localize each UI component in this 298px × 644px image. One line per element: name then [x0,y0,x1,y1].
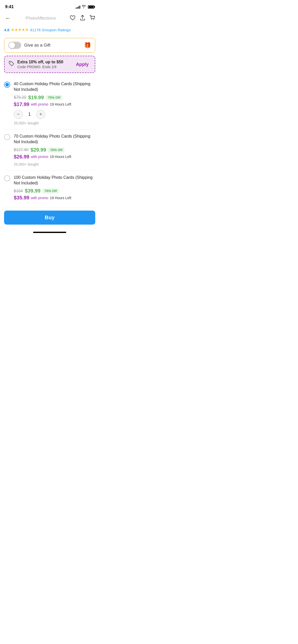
promo-price-row-3: $35.99 with promo 19 Hours Left [14,195,95,201]
sale-price-2: $29.99 [31,147,46,153]
with-promo-3: with promo [31,196,48,200]
promo-title: Extra 10% off, up to $50 [17,60,63,64]
buy-button[interactable]: Buy [4,211,95,225]
nav-bar: ← PhotoAffections [0,12,99,25]
product-radio-2[interactable] [4,134,10,140]
star-3: ★ [18,27,21,32]
product-title-2: 70 Custom Holiday Photo Cards (Shipping … [14,134,95,145]
cart-icon[interactable] [90,15,95,22]
hours-left-1: 19 Hours Left [50,102,71,106]
battery-icon [88,5,94,9]
toggle-knob [9,42,15,48]
price-row-2: $127.40 $29.99 76% Off [14,147,95,153]
with-promo-1: with promo [31,102,48,106]
product-radio-1[interactable] [4,82,10,88]
qty-value-1: 1 [27,112,32,117]
off-badge-1: 75% Off [46,95,62,100]
promo-price-row-2: $26.99 with promo 19 Hours Left [14,154,95,160]
quantity-row-1: − 1 + [14,110,95,119]
star-rating: ★ ★ ★ ★ ★ [11,27,29,32]
home-bar [33,232,66,233]
buy-section: Buy [0,208,99,230]
sale-price-1: $19.99 [28,95,44,100]
share-icon[interactable] [80,15,85,22]
bought-text-1: 25,000+ bought [14,121,95,125]
signal-icon [76,5,80,9]
original-price-2: $127.40 [14,148,29,152]
qty-decrease-1[interactable]: − [14,110,23,119]
status-icons [76,5,94,9]
off-badge-2: 76% Off [48,148,64,152]
product-list: 40 Custom Holiday Photo Cards (Shipping … [0,77,99,208]
promo-section: Extra 10% off, up to $50 Code PROMO. End… [4,56,95,73]
product-details-2: 70 Custom Holiday Photo Cards (Shipping … [14,134,95,166]
nav-title: PhotoAffections [26,16,56,21]
promo-price-3: $35.99 [14,195,29,201]
hours-left-3: 19 Hours Left [50,196,71,200]
product-title-1: 40 Custom Holiday Photo Cards (Shipping … [14,81,95,93]
gift-section: Give as a Gift 🎁 [4,38,95,53]
rating-score: 4.8 [4,28,9,32]
radio-inner-1 [5,83,9,86]
bought-text-2: 25,000+ bought [14,162,95,166]
sale-price-3: $39.99 [25,188,40,194]
product-radio-3[interactable] [4,175,10,181]
gift-icon: 🎁 [84,42,91,49]
price-row-3: $164 $39.99 76% Off [14,188,95,194]
svg-point-1 [93,19,94,20]
apply-button[interactable]: Apply [74,61,91,68]
original-price-3: $164 [14,189,23,193]
product-title-3: 100 Custom Holiday Photo Cards (Shipping… [14,175,95,186]
svg-point-2 [10,62,11,63]
status-time: 9:41 [5,4,14,9]
product-details-3: 100 Custom Holiday Photo Cards (Shipping… [14,175,95,203]
ratings-count[interactable]: 41176 Groupon Ratings [30,28,71,32]
star-2: ★ [15,27,18,32]
star-5: ★ [25,27,29,32]
product-item-2: 70 Custom Holiday Photo Cards (Shipping … [4,129,95,171]
promo-tag-icon [9,61,14,68]
promo-price-row-1: $17.99 with promo 19 Hours Left [14,101,95,107]
product-item-3: 100 Custom Holiday Photo Cards (Shipping… [4,171,95,208]
nav-actions [70,15,95,22]
back-button[interactable]: ← [4,14,12,23]
original-price-1: $79.20 [14,95,26,100]
svg-point-0 [91,19,92,20]
wishlist-icon[interactable] [70,15,75,22]
star-4: ★ [22,27,25,32]
status-bar: 9:41 [0,0,99,12]
promo-price-2: $26.99 [14,154,29,160]
promo-price-1: $17.99 [14,101,29,107]
price-row-1: $79.20 $19.99 75% Off [14,95,95,100]
home-indicator [0,230,99,236]
hours-left-2: 19 Hours Left [50,155,71,159]
wifi-icon [82,5,86,9]
gift-left: Give as a Gift [8,42,50,49]
product-item-1: 40 Custom Holiday Photo Cards (Shipping … [4,77,95,129]
promo-subtitle: Code PROMO. Ends 1/9 [17,65,63,69]
product-details-1: 40 Custom Holiday Photo Cards (Shipping … [14,81,95,125]
promo-text-block: Extra 10% off, up to $50 Code PROMO. End… [17,60,63,69]
gift-label: Give as a Gift [24,43,50,48]
with-promo-2: with promo [31,155,48,159]
promo-left: Extra 10% off, up to $50 Code PROMO. End… [9,60,63,69]
gift-toggle[interactable] [8,42,21,49]
ratings-bar[interactable]: 4.8 ★ ★ ★ ★ ★ 41176 Groupon Ratings [0,25,99,35]
star-1: ★ [11,27,14,32]
off-badge-3: 76% Off [43,188,59,193]
qty-increase-1[interactable]: + [36,110,45,119]
